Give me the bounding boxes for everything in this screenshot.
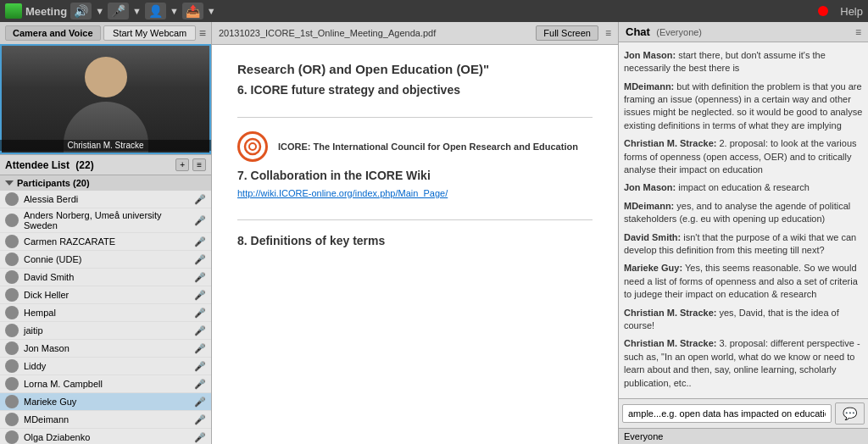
attendee-name: Marieke Guy [24,397,194,407]
chat-send-button[interactable]: 💬 [835,402,865,425]
icore-logo [237,131,268,162]
chat-message: Marieke Guy: I agree – but then I sugges… [624,42,863,44]
chat-message: Christian M. Stracke: 3. proposal: diffe… [624,337,863,390]
audio-controls: ▼ [95,6,104,16]
attendee-controls: + ≡ [175,158,206,171]
attendee-item[interactable]: Jon Mason 🎤 [0,340,211,358]
attendee-name: Jon Mason [24,343,194,353]
person-head [85,57,127,97]
main-area: Camera and Voice Start My Webcam ≡ Chris… [0,22,868,444]
attendee-name: MDeimann [24,414,194,425]
app-icon [5,3,22,19]
chat-message: Christian M. Stracke: yes, David, that i… [624,307,863,333]
doc-section8-heading: 8. Definitions of key terms [237,234,593,247]
doc-content: Research (OR) and Open Education (OE)" 6… [212,45,618,444]
fullscreen-button[interactable]: Full Screen [536,25,598,41]
attendee-avatar [5,324,19,337]
attendee-item[interactable]: Olga Dziabenko 🎤 [0,429,211,444]
attendee-avatar [5,235,19,248]
chat-footer: Everyone [619,428,868,444]
attendee-mic-icon: 🎤 [194,308,206,319]
chat-sender: MDeimann: [624,201,674,211]
camera-title-button[interactable]: Camera and Voice [5,25,101,41]
camera-controls: ▼ [170,6,179,16]
icore-description: ICORE: The International Council for Ope… [278,142,578,152]
attendee-avatar [5,377,19,391]
attendee-add-btn[interactable]: + [175,158,189,171]
wiki-link[interactable]: http://wiki.ICORE-online.org/index.php/M… [237,188,448,198]
record-indicator [818,6,828,16]
attendee-item[interactable]: Dick Heller 🎤 [0,286,211,304]
mic-controls: ▼ [132,6,142,16]
doc-section7-heading: 7. Collaboration in the ICORE Wiki [237,169,593,182]
middle-panel: 20131023_ICORE_1st_Online_Meeting_Agenda… [212,22,618,444]
attendee-item[interactable]: Hempal 🎤 [0,304,211,322]
attendee-avatar [5,395,19,408]
attendee-item[interactable]: Liddy 🎤 [0,358,211,375]
attendee-item[interactable]: Alessia Berdi 🎤 [0,191,211,208]
camera-panel-icon[interactable]: ≡ [199,26,206,40]
attendee-item[interactable]: jaitip 🎤 [0,322,211,340]
attendee-name: Alessia Berdi [24,194,194,204]
attendee-mic-icon: 🎤 [194,414,206,425]
audio-icon[interactable]: 🔊 [70,3,92,19]
chat-sender: Christian M. Stracke: [624,308,716,318]
video-person-name: Christian M. Stracke [0,140,211,151]
chat-message: Jon Mason: start there, but don't assume… [624,49,863,75]
attendee-name: Carmen RAZCARATE [24,236,194,247]
attendee-menu-btn[interactable]: ≡ [192,158,206,171]
chat-panel-icon[interactable]: ≡ [855,26,861,38]
attendee-mic-icon: 🎤 [194,343,206,354]
chat-message: Marieke Guy: Yes, this seems reasonable.… [624,262,863,301]
attendee-avatar [5,214,19,227]
doc-section-8: 8. Definitions of key terms [237,234,593,247]
attendee-name: jaitip [24,325,194,336]
attendee-avatar [5,341,19,355]
attendee-mic-icon: 🎤 [194,194,206,205]
chat-message: MDeimann: but with definition the proble… [624,80,863,133]
chat-sender: David Smith: [624,232,681,242]
attendee-name: Olga Dziabenko [24,432,194,442]
camera-header: Camera and Voice Start My Webcam ≡ [0,22,211,44]
top-bar-right: Help [818,5,863,18]
attendee-item[interactable]: Carmen RAZCARATE 🎤 [0,233,211,251]
start-webcam-button[interactable]: Start My Webcam [103,25,196,41]
doc-divider-2 [237,219,593,220]
chat-message: MDeimann: yes, and to analyse the agende… [624,200,863,226]
chat-sender: Marieke Guy: [624,263,682,273]
right-panel: Chat (Everyone) ≡ MDeimann: @Marieke: ye… [618,22,868,444]
attendee-avatar [5,270,19,284]
attendee-name: Liddy [24,361,194,371]
attendee-item[interactable]: MDeimann 🎤 [0,411,211,429]
attendee-section: Attendee List (22) + ≡ Participants (20)… [0,155,211,444]
attendee-item[interactable]: Lorna M. Campbell 🎤 [0,375,211,393]
attendee-avatar [5,359,19,373]
top-bar: Meeting 🔊 ▼ 🎤 ▼ 👤 ▼ 📤 ▼ Help [0,0,868,22]
attendee-mic-icon: 🎤 [194,236,206,247]
attendee-item[interactable]: Anders Norberg, Umeå university Sweden 🎤 [0,208,211,233]
doc-title: 20131023_ICORE_1st_Online_Meeting_Agenda… [219,28,536,38]
doc-section-7: ICORE: The International Council for Ope… [237,131,593,199]
chat-input[interactable] [622,404,832,423]
camera-top-icon[interactable]: 👤 [145,3,166,19]
help-button[interactable]: Help [840,5,863,18]
attendee-name: Connie (UDE) [24,254,194,264]
doc-section-6: Research (OR) and Open Education (OE)" 6… [237,62,593,97]
chat-header: Chat (Everyone) ≡ [619,22,868,42]
attendee-avatar [5,288,19,302]
attendee-item[interactable]: Connie (UDE) 🎤 [0,251,211,269]
attendee-mic-icon: 🎤 [194,215,206,226]
participants-header: Participants (20) [0,175,211,191]
share-icon[interactable]: 📤 [182,3,203,19]
chat-message: Christian M. Stracke: 2. proposal: to lo… [624,137,863,176]
chat-sender: Christian M. Stracke: [624,138,716,148]
doc-section6-heading: 6. ICORE future strategy and objectives [237,83,593,97]
video-placeholder [0,44,211,154]
chat-message: Jon Mason: impact on education & researc… [624,181,863,194]
mic-icon[interactable]: 🎤 [108,3,129,19]
doc-panel-icon[interactable]: ≡ [605,27,611,39]
chat-sender: MDeimann: [624,81,674,92]
attendee-item[interactable]: David Smith 🎤 [0,269,211,286]
attendee-item[interactable]: Marieke Guy 🎤 [0,393,211,411]
attendee-name: Lorna M. Campbell [24,379,194,389]
